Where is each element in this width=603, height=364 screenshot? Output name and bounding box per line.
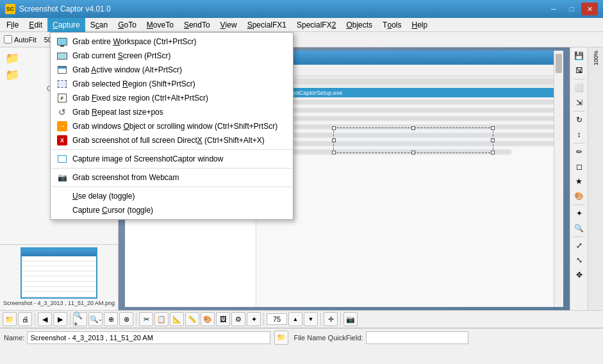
bt-btn-1[interactable]: 📁 [3,312,17,326]
bt-sep-3 [136,313,136,326]
quickfield-section: File Name QuickField: [293,331,468,344]
menu-item-grab-active[interactable]: Grab Active window (Alt+PrtScr) [51,63,293,77]
menu-specialfx1[interactable]: SpecialFX1 [242,18,292,32]
rt-resize-btn[interactable]: ⇲ [572,95,586,110]
handle-tm [411,126,415,130]
repeat-icon: ↺ [56,107,69,117]
bt-mode-btn[interactable]: ✛ [324,312,338,326]
bt-btn-2[interactable]: 🖨 [18,312,32,326]
rt-sep-4 [574,204,585,205]
directx-icon: X [56,135,69,145]
file-item-selected: 📄 ScreenshotCaptorSetup.exe [258,88,562,97]
handle-tl [332,126,336,130]
bt-btn-15[interactable]: ⚙ [231,312,245,326]
bt-btn-11[interactable]: 📐 [170,312,184,326]
rt-shrink-btn[interactable]: ⤡ [572,253,586,267]
rt-crop-btn[interactable]: ⬜ [572,81,586,95]
rt-search-btn[interactable]: 🔍 [572,221,586,235]
autofit-checkbox[interactable]: AutoFit [4,35,37,44]
menu-item-capture-cursor[interactable]: Capture Cursor (toggle) [51,203,293,217]
zoom-up-btn[interactable]: ▲ [288,312,302,326]
thumbnail-label: Screenshot - 4_3_2013 , 11_51_20 AM.png [3,300,115,308]
menu-goto[interactable]: GoTo [113,18,142,32]
close-button[interactable]: ✕ [581,3,598,15]
thumbnail-item[interactable]: Screenshot - 4_3_2013 , 11_51_20 AM.png [3,247,115,308]
menu-sendto[interactable]: SendTo [179,18,215,32]
menu-item-use-delay[interactable]: Use delay (toggle) [51,189,293,203]
bt-btn-8[interactable]: ⊗ [119,312,133,326]
thumbnail-area: Screenshot - 4_3_2013 , 11_51_20 AM.png [0,244,118,310]
bt-btn-12[interactable]: 📏 [185,312,199,326]
menu-item-grab-workspace[interactable]: Grab entire Workspace (Ctrl+PrtScr) [51,35,293,49]
quickfield-input[interactable] [366,331,468,344]
menu-moveto[interactable]: MoveTo [142,18,179,32]
rt-sep-5 [574,236,585,237]
menu-view[interactable]: View [215,18,242,32]
rt-move-btn[interactable]: ✥ [572,268,586,282]
menu-scan[interactable]: Scan [85,18,113,32]
handle-bl [332,151,336,154]
bt-btn-14[interactable]: 🖼 [216,312,230,326]
rt-save2-btn[interactable]: 🖫 [572,63,586,78]
bt-btn-4[interactable]: ▶ [53,312,67,326]
rt-expand-btn[interactable]: ⤢ [572,238,586,252]
menu-bar: File Edit Capture Scan GoTo MoveTo SendT… [0,18,603,32]
screen-icon [56,51,69,61]
bt-btn-7[interactable]: ⊕ [104,312,118,326]
menu-tools[interactable]: Tools [377,18,406,32]
bt-btn-10[interactable]: 📋 [154,312,169,326]
rt-flip-btn[interactable]: ↕ [572,128,586,142]
menu-item-capture-window[interactable]: Capture image of ScreenshotCaptor window [51,152,293,166]
file-item-3: 📁 [258,114,562,122]
menu-item-grab-screen[interactable]: Grab current Screen (PrtScr) [51,49,293,63]
bt-btn-6[interactable]: 🔍- [88,312,103,326]
menu-separator-3 [51,186,293,187]
menu-item-grab-repeat[interactable]: ↺ Grab Repeat last size+pos [51,105,293,119]
name-input[interactable] [27,331,270,344]
menu-item-grab-directx[interactable]: X Grab screenshot of full screen DirectX… [51,133,293,147]
bt-btn-16[interactable]: ✦ [247,312,261,326]
menu-item-grab-region[interactable]: Grab selected Region (Shift+PrtScr) [51,77,293,91]
rt-star-btn[interactable]: ★ [572,174,586,188]
scrollbar-vertical[interactable] [554,51,563,307]
minimize-button[interactable]: ─ [545,3,562,15]
handle-bm [411,151,415,154]
zoom-down-btn[interactable]: ▼ [304,312,318,326]
rt-fx-btn[interactable]: ✦ [572,206,586,220]
bt-capture-btn[interactable]: 📷 [343,312,358,326]
quickfield-label: File Name QuickField: [293,334,363,342]
rt-color-btn[interactable]: 🎨 [572,189,586,203]
window-title: Screenshot Captor v4.01.0 [19,4,544,13]
menu-help[interactable]: Help [406,18,433,32]
bt-sep-5 [320,313,321,326]
object-icon: → [56,121,69,131]
rt-rotate-btn[interactable]: ↻ [572,113,586,127]
bt-btn-3[interactable]: ◀ [38,312,52,326]
scrollbar-thumb [556,54,562,73]
menu-capture[interactable]: Capture [47,18,85,32]
handle-tr [491,126,495,130]
app-icon: SC [5,4,15,14]
rt-pencil-btn[interactable]: ✏ [572,145,586,159]
menu-item-grab-fixed[interactable]: F Grab Fixed size region (Ctrl+Alt+PrtSc… [51,91,293,105]
rt-sep-3 [574,143,585,144]
name-browse-btn[interactable]: 📁 [274,331,288,345]
menu-item-grab-object[interactable]: → Grab windows Object or scrolling windo… [51,119,293,133]
bt-btn-9[interactable]: ✂ [139,312,153,326]
rt-save-btn[interactable]: 💾 [572,49,586,63]
rt-eraser-btn[interactable]: ◻ [572,160,586,174]
monitor-icon [56,37,69,47]
menu-edit[interactable]: Edit [24,18,47,32]
cursor-icon [56,205,69,215]
handle-rm [491,138,495,142]
zoom-input[interactable] [267,313,287,325]
menu-item-grab-webcam[interactable]: 📷 Grab screenshot from Webcam [51,170,293,185]
menu-objects[interactable]: Objects [341,18,377,32]
bt-btn-5[interactable]: 🔍+ [73,312,87,326]
bt-btn-13[interactable]: 🎨 [201,312,215,326]
menu-file[interactable]: File [1,18,24,32]
menu-separator-2 [51,168,293,169]
autofit-check[interactable] [4,35,12,44]
menu-specialfx2[interactable]: SpecialFX2 [292,18,341,32]
maximize-button[interactable]: □ [563,3,580,15]
